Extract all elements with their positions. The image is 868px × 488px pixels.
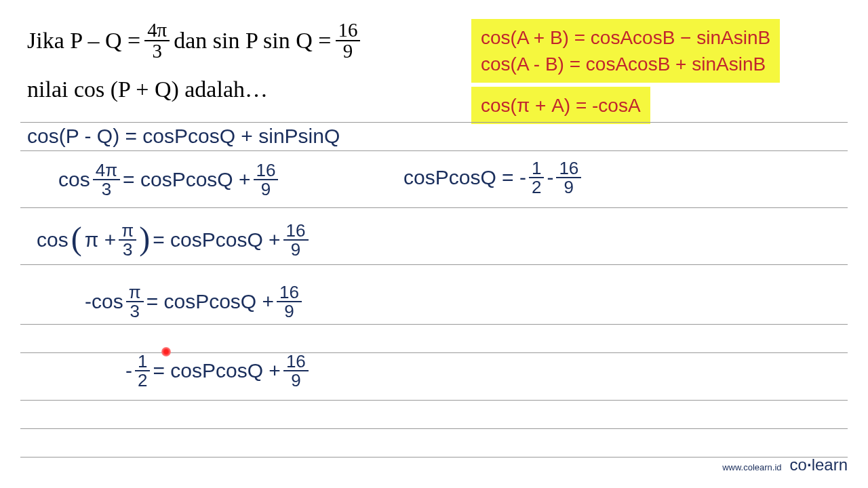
eq-cospcosq-result: cosPcosQ = - 1 2 - 16 9 <box>403 159 581 196</box>
problem-frac2: 16 9 <box>336 20 361 61</box>
rule-line <box>20 150 848 151</box>
frac-pi-3: π 3 <box>126 283 144 320</box>
rule-line <box>20 400 848 401</box>
problem-line2: nilai cos (P + Q) adalah… <box>27 71 360 108</box>
rule-line <box>20 122 848 123</box>
paren-close: ) <box>139 220 150 257</box>
footer-url: www.colearn.id <box>722 462 781 472</box>
paren-open: ( <box>71 220 82 257</box>
formula-pi-shift: cos(π + A) = -cosA <box>481 92 641 119</box>
rule-line <box>20 324 848 325</box>
rule-line <box>20 207 848 208</box>
formula-diff: cos(A - B) = cosAcosB + sinAsinB <box>481 51 770 77</box>
eq-rewrite-angle: cos ( π + π 3 ) = cosPcosQ + 16 9 <box>37 221 309 258</box>
frac-pi-3: π 3 <box>119 222 136 258</box>
formula-box-sum-diff: cos(A + B) = cosAcosB − sinAsinB cos(A -… <box>471 19 780 83</box>
frac-16-9: 16 9 <box>283 222 309 258</box>
rule-line <box>20 428 848 429</box>
formula-box-pi-shift: cos(π + A) = -cosA <box>471 87 650 124</box>
frac-4pi-3: 4π 3 <box>93 161 120 198</box>
frac-16-9: 16 9 <box>277 283 302 320</box>
frac-16-9: 16 9 <box>254 161 279 198</box>
frac-16-9: 16 9 <box>556 159 581 196</box>
problem-frac1: 4π 3 <box>144 20 170 61</box>
eq-difference-identity: cos(P - Q) = cosPcosQ + sinPsinQ <box>27 125 340 148</box>
footer-brand: co·learn <box>790 455 848 474</box>
problem-statement: Jika P – Q = 4π 3 dan sin P sin Q = 16 9… <box>27 20 360 108</box>
eq-apply-identity: -cos π 3 = cosPcosQ + 16 9 <box>85 283 302 320</box>
problem-mid: dan sin P sin Q = <box>174 22 331 59</box>
rule-line <box>20 264 848 265</box>
frac-1-2: 1 2 <box>529 159 544 196</box>
laser-pointer-icon <box>161 347 171 357</box>
eq-substitute-pq: cos 4π 3 = cosPcosQ + 16 9 <box>58 161 278 198</box>
frac-1-2: 1 2 <box>135 352 150 389</box>
eq-evaluate-cos: - 1 2 = cosPcosQ + 16 9 <box>125 352 309 389</box>
formula-sum: cos(A + B) = cosAcosB − sinAsinB <box>481 24 770 51</box>
problem-prefix: Jika P – Q = <box>27 22 140 59</box>
frac-16-9: 16 9 <box>283 352 309 389</box>
footer: www.colearn.id co·learn <box>722 455 848 474</box>
